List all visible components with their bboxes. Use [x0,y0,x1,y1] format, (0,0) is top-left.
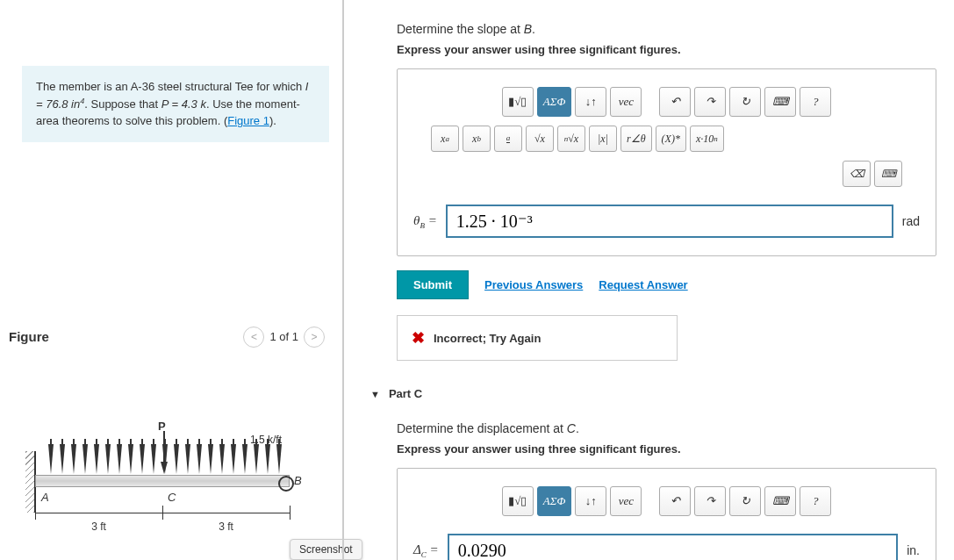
figure-next-button[interactable]: > [304,327,325,348]
undo-icon[interactable]: ↶ [659,87,691,117]
redo-icon[interactable]: ↷ [694,87,726,117]
partB-question: Determine the slope at B. [397,22,936,36]
help-button[interactable]: ? [800,87,831,117]
templates-button[interactable]: ΑΣΦ [537,486,572,516]
figure-link[interactable]: Figure 1 [227,114,269,127]
help-button[interactable]: ? [800,486,831,516]
reset-icon[interactable]: ↻ [729,486,761,516]
incorrect-icon: ✖ [412,328,425,348]
superscript-button[interactable]: xa [431,126,459,152]
partC-variable: ΔC = [413,542,439,559]
abs-button[interactable]: |x| [589,126,617,152]
redo-icon[interactable]: ↷ [694,486,726,516]
partB-instruction: Express your answer using three signific… [397,43,936,56]
partC-header[interactable]: ▼ Part C [370,387,936,400]
feedback-box: ✖ Incorrect; Try Again [397,315,678,361]
request-answer-link[interactable]: Request Answer [599,278,687,291]
previous-answers-link[interactable]: Previous Answers [484,278,583,291]
updown-icon[interactable]: ↓↑ [575,87,606,117]
subscript-button[interactable]: xb [463,126,491,152]
format-icon[interactable]: ▮√▯ [502,486,534,516]
partB-answer-input[interactable] [446,205,893,238]
vec-button[interactable]: vec [610,87,642,117]
partB-answer-box: ▮√▯ ΑΣΦ ↓↑ vec ↶ ↷ ↻ ⌨ ? xa xb a √x n√x … [397,68,936,256]
undo-icon[interactable]: ↶ [659,486,691,516]
reset-icon[interactable]: ↻ [729,87,761,117]
angle-button[interactable]: r∠θ [620,126,652,152]
vec-button[interactable]: vec [610,486,642,516]
partC-answer-input[interactable] [448,534,899,560]
templates-button[interactable]: ΑΣΦ [537,87,572,117]
partC-instruction: Express your answer using three signific… [397,442,936,456]
partB-variable: θB = [413,213,437,230]
nthroot-button[interactable]: n√x [557,126,585,152]
keyboard-icon[interactable]: ⌨ [764,87,796,117]
sqrt-button[interactable]: √x [526,126,554,152]
keyboard2-icon[interactable]: ⌨ [874,161,902,187]
updown-icon[interactable]: ↓↑ [575,486,606,516]
partB-unit: rad [902,214,920,228]
beam-figure: P 1.5 k/ft A C B 3 ft 3 ft [4,409,334,549]
partC-question: Determine the displacement at C. [397,421,936,435]
conjugate-button[interactable]: (X)* [656,126,686,152]
keyboard-icon[interactable]: ⌨ [764,486,796,516]
problem-statement: The member is an A-36 steel structural T… [22,66,329,142]
figure-counter: 1 of 1 [269,330,298,343]
submit-button[interactable]: Submit [397,270,469,299]
collapse-icon[interactable]: ▼ [370,389,380,399]
fraction-button[interactable]: a [494,126,522,152]
figure-prev-button[interactable]: < [243,327,264,348]
backspace-icon[interactable]: ⌫ [843,161,871,187]
sci-notation-button[interactable]: x·10n [690,126,724,152]
figure-title: Figure [9,329,49,344]
partC-unit: in. [907,543,920,557]
partC-answer-box: ▮√▯ ΑΣΦ ↓↑ vec ↶ ↷ ↻ ⌨ ? ΔC = in. [397,468,936,560]
format-icon[interactable]: ▮√▯ [502,87,534,117]
